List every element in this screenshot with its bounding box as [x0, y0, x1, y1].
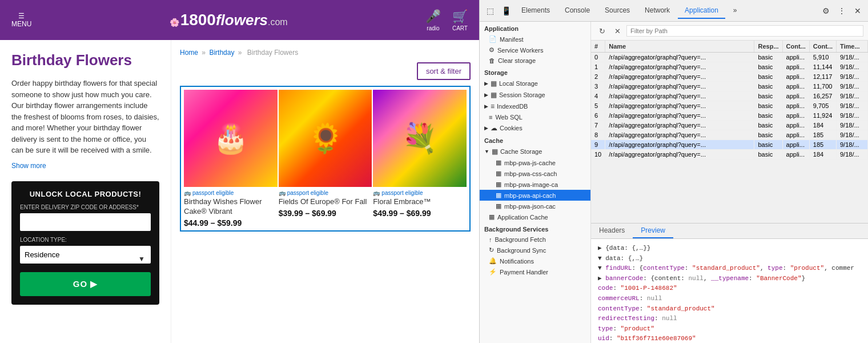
col-header-name[interactable]: Name	[605, 41, 754, 53]
local-storage-header[interactable]: ▶ ▦ Local Storage	[480, 78, 590, 89]
sidebar-item-notifications[interactable]: 🔔 Notifications	[480, 256, 590, 266]
app-cache-icon: ▦	[489, 213, 495, 221]
cell-name: /r/api/aggregator/graphql?query=...	[605, 62, 754, 72]
sidebar-item-bg-sync[interactable]: ↻ Background Sync	[480, 245, 590, 256]
header-right: 🎤 radio 🛒 CART	[425, 9, 468, 31]
table-body: 0 /r/api/aggregator/graphql?query=... ba…	[591, 53, 868, 159]
inspect-element-button[interactable]: ⬚	[483, 3, 497, 18]
sidebar-item-manifest[interactable]: 📄 Manifest	[480, 34, 590, 45]
product-card-2[interactable]: 💐 🚌 passport eligible Floral Embrace™ $4…	[373, 90, 467, 228]
table-row[interactable]: 9 /r/api/aggregator/graphql?query=... ba…	[591, 140, 868, 150]
logo-flowers: flowers	[216, 11, 268, 29]
breadcrumb-sep2: »	[238, 49, 242, 57]
cell-resp: basic	[754, 150, 782, 159]
table-row[interactable]: 3 /r/api/aggregator/graphql?query=... ba…	[591, 82, 868, 91]
product-card-1[interactable]: 🌻 🚌 passport eligible Fields Of Europe® …	[279, 90, 372, 228]
go-button[interactable]: GO ▶	[20, 272, 151, 296]
sidebar-item-application-cache[interactable]: ▦ Application Cache	[480, 212, 590, 222]
table-row[interactable]: 4 /r/api/aggregator/graphql?query=... ba…	[591, 91, 868, 101]
logo-com: .com	[268, 17, 288, 27]
cache-pwa-image[interactable]: ▦ mbp-pwa-image-ca	[480, 179, 590, 190]
sidebar-item-clear-storage[interactable]: 🗑 Clear storage	[480, 55, 590, 66]
table-row[interactable]: 1 /r/api/aggregator/graphql?query=... ba…	[591, 62, 868, 72]
tab-console[interactable]: Console	[558, 3, 597, 19]
bg-fetch-icon: ↑	[489, 236, 492, 243]
cell-cont1: appli...	[782, 82, 809, 91]
cache-pwa-json[interactable]: ▦ mbp-pwa-json-cac	[480, 201, 590, 212]
filter-bar: ↻ ✕	[591, 22, 868, 41]
refresh-button[interactable]: ↻	[596, 25, 608, 37]
sidebar-item-payment-handler[interactable]: ⚡ Payment Handler	[480, 266, 590, 277]
cart-button[interactable]: 🛒 CART	[452, 9, 468, 31]
device-toolbar-button[interactable]: 📱	[499, 3, 513, 18]
location-type-select[interactable]: Residence	[20, 246, 151, 264]
passport-icon-2: 🚌	[373, 190, 380, 196]
cache-pwa-css[interactable]: ▦ mbp-pwa-css-cach	[480, 168, 590, 179]
radio-button[interactable]: 🎤 radio	[425, 9, 441, 31]
more-options-button[interactable]: ⋮	[834, 3, 849, 18]
preview-line: ▼ data: {,…}	[598, 254, 861, 264]
site-logo[interactable]: 🌸 1800 flowers .com	[170, 11, 288, 29]
tab-preview[interactable]: Preview	[633, 224, 673, 238]
cell-time: 9/18/...	[837, 150, 868, 159]
close-button[interactable]: ✕	[850, 3, 865, 18]
bottom-tabs: Headers Preview	[591, 224, 868, 239]
passport-badge-0: 🚌 passport eligible	[184, 190, 278, 196]
cell-num: 10	[591, 150, 605, 159]
indexeddb-header[interactable]: ▶ ≡ IndexedDB	[480, 101, 590, 112]
session-storage-header[interactable]: ▶ ▦ Session Storage	[480, 89, 590, 101]
devtools-main: ↻ ✕ # Name Resp... Cont... Cont... Time.…	[591, 22, 868, 343]
tab-network[interactable]: Network	[638, 3, 677, 19]
col-header-resp[interactable]: Resp...	[754, 41, 782, 53]
tab-application[interactable]: Application	[678, 3, 725, 19]
col-header-cont2[interactable]: Cont...	[809, 41, 836, 53]
sidebar-item-websql[interactable]: ≡ Web SQL	[480, 112, 590, 122]
table-row[interactable]: 8 /r/api/aggregator/graphql?query=... ba…	[591, 130, 868, 140]
product-price-2: $49.99 – $69.99	[373, 209, 467, 218]
breadcrumb-birthday[interactable]: Birthday	[209, 49, 234, 57]
table-row[interactable]: 10 /r/api/aggregator/graphql?query=... b…	[591, 150, 868, 159]
menu-button[interactable]: ☰ MENU	[11, 12, 31, 28]
cell-num: 3	[591, 82, 605, 91]
product-image-2: 💐	[373, 90, 467, 187]
manifest-icon: 📄	[489, 35, 497, 43]
cell-cont1: appli...	[782, 140, 809, 150]
location-box: UNLOCK LOCAL PRODUCTS! ENTER DELIVERY ZI…	[11, 181, 159, 305]
tab-headers[interactable]: Headers	[591, 224, 633, 238]
table-row[interactable]: 6 /r/api/aggregator/graphql?query=... ba…	[591, 111, 868, 121]
settings-button[interactable]: ⚙	[818, 3, 833, 18]
sidebar-item-bg-fetch[interactable]: ↑ Background Fetch	[480, 234, 590, 245]
breadcrumb-home[interactable]: Home	[180, 49, 198, 57]
cell-cont1: appli...	[782, 91, 809, 101]
tab-more[interactable]: »	[726, 3, 744, 19]
product-card-0[interactable]: 🎂 🚌 passport eligible Birthday Wishes Fl…	[184, 90, 278, 228]
cell-resp: basic	[754, 101, 782, 111]
cell-cont2: 12,117	[809, 72, 836, 82]
show-more-link[interactable]: Show more	[11, 162, 46, 170]
product-name-0: Birthday Wishes Flower Cake® Vibrant	[184, 197, 278, 217]
sort-filter-button[interactable]: sort & filter	[417, 62, 471, 80]
filter-input[interactable]	[626, 25, 863, 37]
col-header-cont1[interactable]: Cont...	[782, 41, 809, 53]
cart-icon: 🛒	[452, 9, 468, 24]
grid-icon: ▦	[491, 79, 497, 87]
notifications-icon: 🔔	[489, 257, 497, 265]
cache-storage-header[interactable]: ▼ ▦ Cache Storage	[480, 146, 590, 157]
col-header-time[interactable]: Time...	[837, 41, 868, 53]
clear-filter-button[interactable]: ✕	[611, 25, 624, 37]
table-row[interactable]: 7 /r/api/aggregator/graphql?query=... ba…	[591, 121, 868, 130]
site-sidebar: Birthday Flowers Order happy birthday fl…	[0, 40, 171, 343]
table-row[interactable]: 0 /r/api/aggregator/graphql?query=... ba…	[591, 53, 868, 62]
sidebar-item-service-workers[interactable]: ⚙ Service Workers	[480, 45, 590, 55]
cookies-header[interactable]: ▶ ☁ Cookies	[480, 122, 590, 134]
cell-num: 9	[591, 140, 605, 150]
tab-elements[interactable]: Elements	[515, 3, 557, 19]
cache-pwa-js[interactable]: ▦ mbp-pwa-js-cache	[480, 157, 590, 168]
col-header-num: #	[591, 41, 605, 53]
zip-input[interactable]	[20, 213, 151, 231]
tab-sources[interactable]: Sources	[598, 3, 637, 19]
table-row[interactable]: 2 /r/api/aggregator/graphql?query=... ba…	[591, 72, 868, 82]
table-row[interactable]: 5 /r/api/aggregator/graphql?query=... ba…	[591, 101, 868, 111]
cache-pwa-api[interactable]: ▦ mbp-pwa-api-cach	[480, 190, 590, 201]
cell-cont1: appli...	[782, 62, 809, 72]
